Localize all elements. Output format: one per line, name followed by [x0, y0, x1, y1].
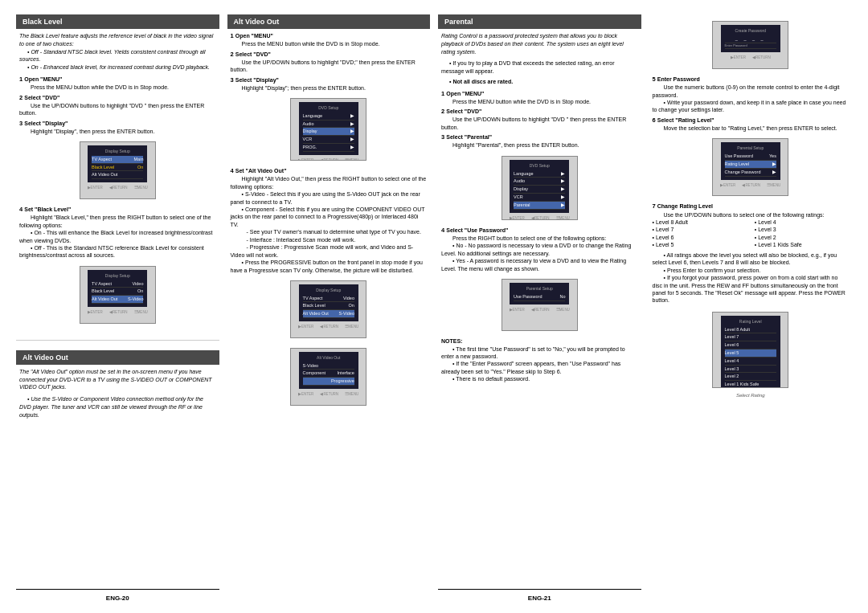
page-num-right: ENG-21: [438, 589, 641, 602]
screen-parental-setup: Parental Setup Use PasswordYes Rating Le…: [653, 135, 850, 199]
screen-display-setup-3: Display Setup TV AspectVideo Black Level…: [231, 277, 428, 341]
page: Black Level The Black Level feature adju…: [0, 0, 868, 613]
section-parental-right: Create Password _ _ _ _ Enter Password ▶…: [649, 14, 853, 402]
step-4: 4 Set "Black Level" Highlight "Black Lev…: [19, 206, 216, 260]
black-level-title: Black Level: [16, 14, 219, 29]
screen-rating-level: Rating Level Level 8 Adult Level 7 Level…: [653, 309, 850, 398]
notes-label: NOTES:: [441, 337, 638, 345]
step-1: 1 Open "MENU" Press the MENU button whil…: [19, 76, 216, 92]
parental-body: Rating Control is a password protected s…: [438, 32, 641, 383]
par-step-5: 5 Enter Password Use the numeric buttons…: [653, 76, 850, 114]
avo-step-3: 3 Select "Display" Highlight "Display"; …: [231, 76, 428, 92]
select-rating-label: Select Rating: [736, 392, 765, 398]
parental-title: Parental: [438, 14, 641, 29]
alt-video-out-title: Alt Video Out: [227, 14, 431, 29]
screen-use-password: Parental Setup Use PasswordNo ▶ENTER◀RET…: [441, 276, 638, 334]
par-step-3: 3 Select "Parental" Highlight "Parental"…: [441, 133, 638, 149]
par-step-7: 7 Change Rating Level Use the UP/DOWN bu…: [653, 202, 850, 248]
step-3: 3 Select "Display" Highlight "Display", …: [19, 120, 216, 136]
screen-img-6: DVD Setup Language▶ Audio▶ Display▶ VCR▶…: [502, 156, 578, 220]
screen-display-setup-2: Display Setup TV AspectVideo Black Level…: [19, 263, 216, 327]
column-4: Create Password _ _ _ _ Enter Password ▶…: [649, 14, 853, 602]
black-level-body: The Black Level feature adjusts the refe…: [16, 32, 219, 327]
screen-img-4: Display Setup TV AspectVideo Black Level…: [290, 280, 366, 338]
parental-right-body: Create Password _ _ _ _ Enter Password ▶…: [649, 18, 853, 398]
column-2: Alt Video Out 1 Open "MENU" Press the ME…: [227, 14, 431, 602]
black-level-intro: The Black Level feature adjusts the refe…: [19, 32, 216, 72]
screen-img-1: Display Setup TV AspectMain Black LevelO…: [80, 141, 156, 199]
screen-display-setup-1: Display Setup TV AspectMain Black LevelO…: [19, 138, 216, 202]
section-black-level: Black Level The Black Level feature adju…: [16, 14, 219, 330]
par-step-4: 4 Select "Use Password" Press the RIGHT …: [441, 227, 638, 272]
section-parental: Parental Rating Control is a password pr…: [438, 14, 641, 383]
step-2: 2 Select "DVD" Use the UP/DOWN buttons t…: [19, 94, 216, 117]
page-num-left: ENG-20: [16, 589, 219, 602]
alt-video-out-bottom-body: The "Alt Video Out" option must be set i…: [16, 368, 219, 419]
screen-img-7: Parental Setup Use PasswordNo ▶ENTER◀RET…: [502, 279, 578, 331]
screen-dvd-setup-parental: DVD Setup Language▶ Audio▶ Display▶ VCR▶…: [441, 153, 638, 223]
section-alt-video-out-bottom: Alt Video Out The "Alt Video Out" option…: [16, 350, 219, 423]
avo-step-1: 1 Open "MENU" Press the MENU button whil…: [231, 32, 428, 48]
par-step-6: 6 Select "Rating Level" Move the selecti…: [653, 116, 850, 133]
screen-dvd-setup: DVD Setup Language▶ Audio▶ Display▶ VCR▶…: [231, 95, 428, 164]
screen-img-10: Rating Level Level 8 Adult Level 7 Level…: [712, 312, 788, 388]
screen-alt-video-out: Alt Video Out S-Video ComponentInterface…: [231, 345, 428, 409]
par-step-2: 2 Select "DVD" Use the UP/DOWN buttons t…: [441, 108, 638, 131]
screen-create-password: Create Password _ _ _ _ Enter Password ▶…: [653, 18, 850, 72]
divider-1: [16, 340, 219, 341]
alt-video-out-body: 1 Open "MENU" Press the MENU button whil…: [227, 32, 431, 409]
column-3: Parental Rating Control is a password pr…: [438, 14, 641, 602]
screen-img-9: Parental Setup Use PasswordYes Rating Le…: [712, 138, 788, 196]
par-step-1: 1 Open "MENU" Press the MENU button whil…: [441, 90, 638, 106]
avo-step-2: 2 Select "DVD" Use the UP/DOWN buttons t…: [231, 51, 428, 74]
screen-img-3: DVD Setup Language▶ Audio▶ Display▶ VCR▶…: [290, 98, 366, 161]
screen-img-8: Create Password _ _ _ _ Enter Password ▶…: [712, 21, 788, 69]
screen-img-5: Alt Video Out S-Video ComponentInterface…: [290, 348, 366, 406]
alt-video-out-bottom-title: Alt Video Out: [16, 350, 219, 365]
section-alt-video-out: Alt Video Out 1 Open "MENU" Press the ME…: [227, 14, 431, 412]
avo-step-4: 4 Set "Alt Video Out" Highlight "Alt Vid…: [231, 167, 428, 274]
screen-img-2: Display Setup TV AspectVideo Black Level…: [80, 266, 156, 324]
column-1: Black Level The Black Level feature adju…: [16, 14, 219, 602]
